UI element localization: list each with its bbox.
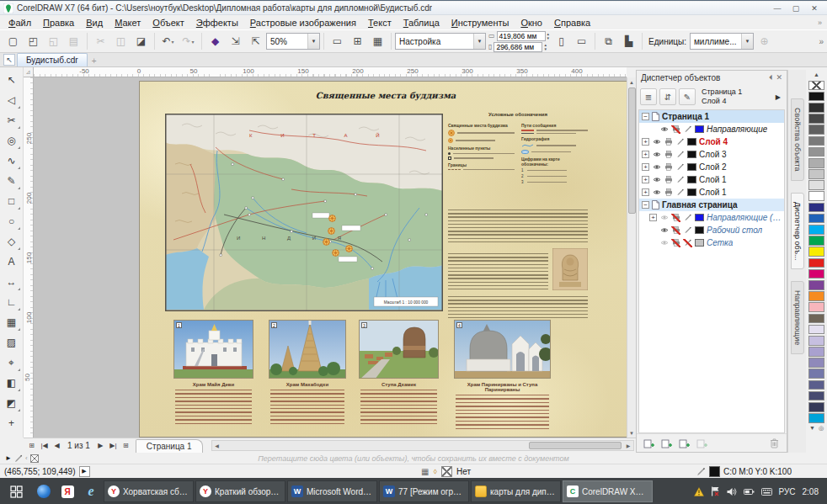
palette-color-swatch[interactable] xyxy=(808,413,824,423)
freehand-tool[interactable]: ∿ xyxy=(2,151,22,171)
palette-color-swatch[interactable] xyxy=(808,147,824,157)
palette-color-swatch[interactable] xyxy=(808,269,824,279)
dimension-tool[interactable]: ↔ xyxy=(2,272,22,292)
add-page-before-button[interactable]: ⊞ xyxy=(25,440,38,452)
palette-color-swatch[interactable] xyxy=(808,203,824,213)
vertical-scrollbar[interactable]: ▲ ▼ xyxy=(627,77,636,438)
printable-icon[interactable] xyxy=(671,239,680,247)
printable-icon[interactable] xyxy=(664,138,673,146)
map-frame[interactable]: К И Т А Й И Н Д И Я Масштаб 1 : 10 000 0… xyxy=(165,114,443,311)
layer-color-swatch[interactable] xyxy=(695,214,704,221)
show-grid-button[interactable]: ▦ xyxy=(368,32,387,50)
show-rulers-button[interactable]: ⊞ xyxy=(348,32,367,50)
scroll-up-button[interactable]: ▲ xyxy=(627,77,636,87)
language-indicator[interactable]: РУС xyxy=(779,487,796,496)
save-button[interactable]: ◱ xyxy=(44,32,63,50)
palette-color-swatch[interactable] xyxy=(808,236,824,246)
page-flyout-arrow[interactable]: ▶ xyxy=(776,93,783,101)
network-flag-icon[interactable] xyxy=(711,486,720,496)
menu-item[interactable]: Объект xyxy=(147,17,189,29)
first-page-button[interactable]: |◀ xyxy=(38,440,51,452)
menu-item[interactable]: Растровые изображения xyxy=(244,17,362,29)
ellipse-tool[interactable]: ○ xyxy=(2,211,22,231)
visibility-eye-icon[interactable] xyxy=(659,239,669,247)
palette-scroll-down-button[interactable]: ▼ xyxy=(809,425,815,431)
document-page[interactable]: Священные места буддизма xyxy=(139,81,632,438)
palette-color-swatch[interactable] xyxy=(808,158,824,168)
ie-quick-launch[interactable]: e xyxy=(79,478,103,504)
pick-tool[interactable]: ↖ xyxy=(2,70,22,90)
expand-toggle[interactable]: + xyxy=(642,188,649,196)
page-width-field[interactable]: 419,806 мм xyxy=(497,31,546,41)
collapse-toggle[interactable]: − xyxy=(642,201,649,209)
editable-pen-icon[interactable] xyxy=(683,226,692,235)
scroll-right-button[interactable]: ▶ xyxy=(623,441,633,450)
close-button[interactable]: ✕ xyxy=(805,3,824,14)
scroll-down-button[interactable]: ▼ xyxy=(627,428,636,438)
taskbar-task-button[interactable]: YХорватская сборна... xyxy=(104,480,194,502)
printable-icon[interactable] xyxy=(671,214,680,222)
shape-tool[interactable]: ◁ xyxy=(2,90,22,110)
rectangle-tool[interactable]: □ xyxy=(2,191,22,211)
smart-fill-tool[interactable]: ◩ xyxy=(2,393,22,413)
warning-icon[interactable] xyxy=(694,487,704,496)
tab-guidelines[interactable]: Направляющие xyxy=(791,281,804,354)
layer-color-swatch[interactable] xyxy=(687,138,696,146)
editable-pen-icon[interactable] xyxy=(675,176,685,184)
palette-color-swatch[interactable] xyxy=(808,325,824,335)
printable-icon[interactable] xyxy=(664,176,673,184)
units-select[interactable]: миллиме...▼ xyxy=(690,33,754,50)
menu-item[interactable]: Эффекты xyxy=(190,17,244,29)
coords-flyout-button[interactable]: ▶ xyxy=(79,466,90,477)
palette-color-swatch[interactable] xyxy=(808,169,824,179)
spinner[interactable]: ▴▾ xyxy=(544,43,547,51)
editable-pen-icon[interactable] xyxy=(675,163,685,172)
copy-settings-button[interactable]: ⧉ xyxy=(599,32,618,50)
battery-icon[interactable] xyxy=(744,487,755,496)
horizontal-scroll-thumb[interactable] xyxy=(529,442,622,449)
artistic-media-tool[interactable]: ✎ xyxy=(2,171,22,191)
layer-manager-view-button[interactable]: ✎ xyxy=(679,88,696,105)
new-master-layer-odd-pages-button[interactable] xyxy=(679,438,690,448)
taskbar-task-button[interactable]: YКраткий обзор Arc... xyxy=(195,480,285,502)
redo-button[interactable]: ↷▾ xyxy=(179,32,198,50)
new-document-button[interactable]: ▢ xyxy=(3,32,23,50)
docker-flyout-button[interactable]: ⏴ xyxy=(769,73,773,82)
tree-row-master-page[interactable]: − Главная страница xyxy=(639,199,784,211)
editable-pen-icon[interactable] xyxy=(683,239,692,247)
printable-icon[interactable] xyxy=(671,226,680,235)
visibility-eye-icon[interactable] xyxy=(659,214,669,222)
palette-color-swatch[interactable] xyxy=(808,347,824,357)
paste-button[interactable]: ◪ xyxy=(131,32,151,50)
app-launcher-button[interactable]: ◆ xyxy=(205,32,225,50)
tree-row-layer1a[interactable]: + Слой 1 xyxy=(639,173,784,186)
tab-object-properties[interactable]: Свойства объекта xyxy=(791,98,804,181)
palette-color-swatch[interactable] xyxy=(808,402,824,412)
show-object-properties-button[interactable]: ≣ xyxy=(640,88,657,105)
layer-color-swatch[interactable] xyxy=(687,188,696,196)
zoom-tool[interactable]: ◎ xyxy=(2,130,22,151)
vertical-ruler[interactable]: 25020015010050 xyxy=(24,77,34,438)
next-page-button[interactable]: ▶ xyxy=(94,440,107,452)
tree-row-layer1b[interactable]: + Слой 1 xyxy=(639,186,784,199)
menu-item[interactable]: Таблица xyxy=(397,17,446,29)
minimize-button[interactable]: — xyxy=(768,3,787,14)
tree-row-page1[interactable]: − Страница 1 xyxy=(639,110,784,123)
copy-button[interactable]: ◫ xyxy=(111,32,131,50)
text-tool[interactable]: А xyxy=(2,252,22,272)
new-layer-button[interactable] xyxy=(643,438,654,448)
interactive-fill-tool[interactable]: ◧ xyxy=(2,373,22,393)
expand-toggle[interactable]: + xyxy=(642,163,649,171)
clock[interactable]: 2:08 xyxy=(803,487,819,496)
palette-color-swatch[interactable] xyxy=(808,280,824,290)
editable-pen-icon[interactable] xyxy=(675,188,685,197)
connector-tool[interactable]: ∟ xyxy=(2,292,22,312)
menu-item[interactable]: Макет xyxy=(109,17,147,29)
new-tab-button[interactable]: + xyxy=(88,55,101,66)
visibility-eye-icon[interactable] xyxy=(652,176,661,184)
printable-icon[interactable] xyxy=(664,188,673,197)
visibility-eye-icon[interactable] xyxy=(659,226,669,235)
eyedropper-tool[interactable]: ⌖ xyxy=(2,353,22,373)
printable-icon[interactable] xyxy=(664,163,673,172)
import-button[interactable]: ⇲ xyxy=(226,32,245,50)
